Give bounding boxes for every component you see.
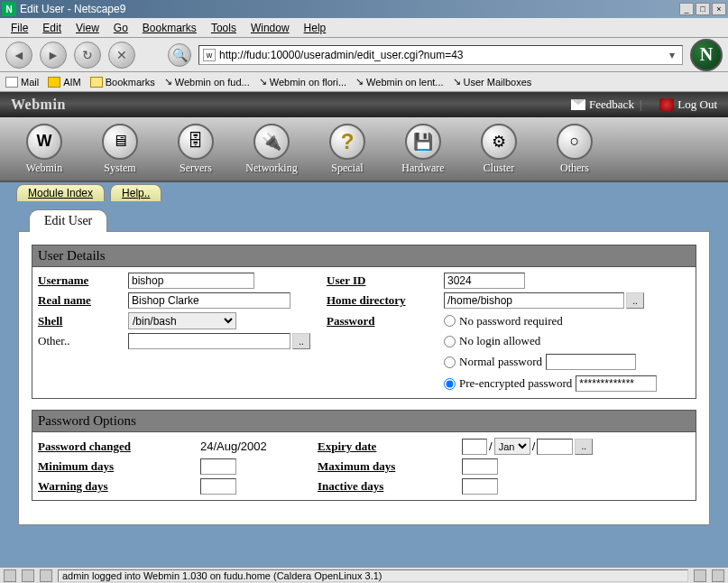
nav-others[interactable]: ○Others	[539, 124, 610, 175]
minimize-button[interactable]: _	[679, 3, 694, 15]
label-other: Other..	[38, 334, 119, 348]
input-userid[interactable]	[444, 273, 525, 289]
forward-button[interactable]: ►	[40, 42, 67, 69]
feedback-link[interactable]: Feedback	[571, 97, 634, 112]
menubar: File Edit View Go Bookmarks Tools Window…	[0, 18, 728, 38]
system-icon: 🖥	[102, 124, 138, 160]
app-icon: N	[2, 2, 16, 16]
nav-system[interactable]: 🖥System	[85, 124, 155, 175]
section-password-options-title: Password Options	[32, 410, 696, 432]
subtab-row: Module Index Help..	[0, 182, 728, 201]
search-button[interactable]: 🔍	[168, 43, 191, 67]
menu-go[interactable]: Go	[108, 20, 134, 36]
input-username[interactable]	[128, 273, 254, 289]
menu-edit[interactable]: Edit	[37, 20, 67, 36]
bookmark-bar: Mail AIM Bookmarks ↘ Webmin on fud... ↘ …	[0, 72, 728, 92]
input-normal-password[interactable]	[546, 354, 636, 370]
menu-bookmarks[interactable]: Bookmarks	[137, 20, 202, 36]
nav-webmin[interactable]: WWebmin	[9, 124, 79, 175]
close-button[interactable]: ×	[712, 3, 726, 15]
aim-icon	[48, 77, 60, 88]
input-expiry-day[interactable]	[462, 439, 487, 455]
webmin-icon: W	[26, 124, 62, 160]
servers-icon: 🗄	[178, 124, 214, 160]
label-expiry: Expiry date	[318, 440, 453, 454]
nav-servers[interactable]: 🗄Servers	[161, 124, 231, 175]
radio-normal-password[interactable]	[444, 356, 456, 368]
webmin-header: Webmin Feedback | Log Out	[0, 92, 728, 117]
webmin-nav: WWebmin 🖥System 🗄Servers 🔌Networking ?Sp…	[0, 117, 728, 182]
status-icon-3	[40, 569, 52, 582]
input-home[interactable]	[444, 292, 624, 309]
bookmark-item-0[interactable]: ↘ Webmin on fud...	[164, 76, 250, 88]
label-shell: Shell	[38, 314, 119, 329]
bookmark-item-2[interactable]: ↘ Webmin on lent...	[355, 76, 443, 88]
maximize-button[interactable]: □	[696, 3, 710, 15]
radio-encrypted-password[interactable]	[444, 378, 456, 390]
bookmark-bookmarks[interactable]: Bookmarks	[90, 77, 155, 88]
select-expiry-month[interactable]: Jan	[494, 438, 530, 455]
input-warn-days[interactable]	[200, 478, 236, 495]
netscape-logo-icon	[690, 39, 723, 71]
status-icon-4	[694, 569, 706, 582]
label-warn-days: Warning days	[38, 479, 191, 494]
stop-button[interactable]: ✕	[108, 42, 135, 69]
nav-networking[interactable]: 🔌Networking	[236, 124, 307, 175]
section-user-details: Username User ID Real name Home director…	[32, 267, 696, 399]
menu-tools[interactable]: Tools	[206, 20, 242, 36]
window-title: Edit User - Netscape9	[20, 3, 679, 15]
menu-file[interactable]: File	[5, 20, 33, 36]
input-other-shell[interactable]	[128, 333, 290, 349]
label-password: Password	[327, 314, 435, 329]
bookmark-item-1[interactable]: ↘ Webmin on flori...	[259, 76, 346, 88]
input-inactive-days[interactable]	[462, 478, 498, 495]
input-max-days[interactable]	[462, 458, 498, 475]
bookmark-mail[interactable]: Mail	[5, 77, 39, 88]
menu-window[interactable]: Window	[245, 20, 295, 36]
browse-home-button[interactable]: ..	[626, 292, 644, 309]
tab-module-index[interactable]: Module Index	[16, 184, 105, 201]
radio-no-password[interactable]	[444, 315, 456, 327]
radio-no-login[interactable]	[444, 336, 456, 347]
input-encrypted-password[interactable]	[576, 375, 657, 392]
nav-special[interactable]: ?Special	[312, 124, 382, 175]
back-button[interactable]: ◄	[5, 42, 32, 69]
bookmark-item-3[interactable]: ↘ User Mailboxes	[453, 76, 532, 88]
label-realname: Real name	[38, 293, 119, 308]
reload-button[interactable]: ↻	[74, 42, 101, 69]
content-area: Webmin Feedback | Log Out WWebmin 🖥Syste…	[0, 92, 728, 567]
label-home: Home directory	[327, 293, 435, 308]
nav-hardware[interactable]: 💾Hardware	[388, 124, 458, 175]
browse-other-button[interactable]: ..	[292, 333, 310, 349]
page-tab-edit-user: Edit User	[29, 209, 107, 232]
input-min-days[interactable]	[200, 458, 236, 475]
status-icon-2	[22, 569, 34, 582]
tab-help[interactable]: Help..	[110, 184, 161, 201]
menu-help[interactable]: Help	[299, 20, 332, 36]
status-icon-1	[4, 569, 16, 582]
address-bar[interactable]: w ▾	[198, 45, 683, 65]
input-expiry-year[interactable]	[537, 439, 573, 455]
select-shell[interactable]: /bin/bash	[128, 312, 236, 329]
logout-link[interactable]: Log Out	[659, 97, 717, 112]
page-box: User Details Username User ID Real name …	[18, 231, 710, 525]
address-dropdown[interactable]: ▾	[666, 49, 678, 61]
address-input[interactable]	[219, 49, 666, 61]
label-max-days: Maximum days	[318, 459, 453, 474]
nav-cluster[interactable]: ⚙Cluster	[464, 124, 534, 175]
mail-icon	[5, 77, 18, 88]
bookmark-aim[interactable]: AIM	[48, 77, 81, 88]
value-pwd-changed: 24/Aug/2002	[200, 440, 309, 453]
envelope-icon	[571, 99, 585, 110]
input-realname[interactable]	[128, 292, 290, 309]
status-icon-5	[712, 569, 724, 582]
others-icon: ○	[557, 124, 593, 160]
label-pwd-changed: Password changed	[38, 440, 191, 454]
page-area: Edit User User Details Username User ID …	[0, 201, 728, 532]
section-user-details-title: User Details	[32, 245, 696, 267]
menu-view[interactable]: View	[70, 20, 105, 36]
networking-icon: 🔌	[253, 124, 290, 160]
logout-icon	[659, 98, 674, 111]
browse-expiry-button[interactable]: ..	[575, 439, 593, 455]
section-password-options: Password changed 24/Aug/2002 Expiry date…	[32, 432, 696, 501]
